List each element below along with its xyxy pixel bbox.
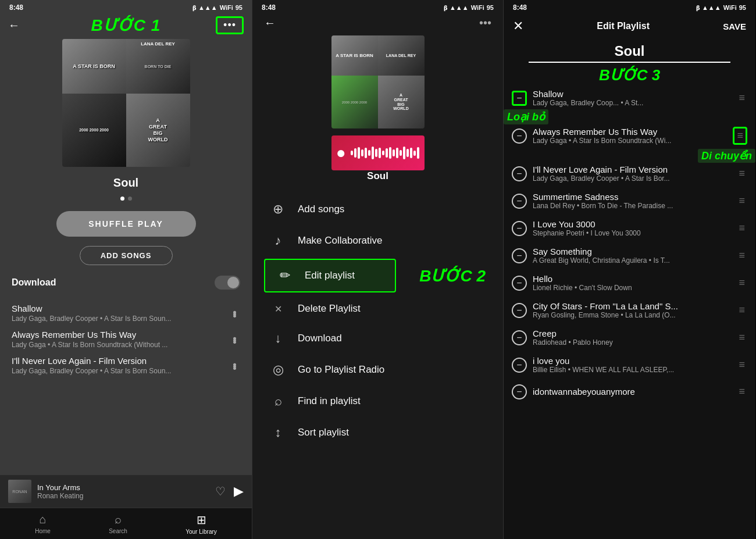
drag-handle-9[interactable]: ≡: [736, 329, 747, 346]
edit-playlist-menu-item[interactable]: ✏ Edit playlist: [264, 259, 396, 292]
art-cell-4: AGREATBIGWORLD: [126, 94, 190, 167]
drag-handle-3[interactable]: ≡: [736, 165, 747, 182]
wave-bar-12: [389, 147, 391, 159]
edit-song-row-3[interactable]: − I'll Never Love Again - Film Version L…: [504, 160, 755, 187]
mini-player[interactable]: RONAN In Your Arms Ronan Keating ♡ ▶: [0, 475, 252, 508]
remove-button-8[interactable]: −: [512, 303, 527, 318]
collaborative-icon: ♪: [270, 233, 286, 248]
step-2-label: BƯỚC 2: [419, 266, 486, 285]
p2-dots-icon[interactable]: •••: [479, 16, 491, 30]
edit-song-info-7: Hello Lionel Richie • Can't Slow Down: [533, 274, 730, 292]
delete-icon: ✕: [270, 304, 286, 315]
wave-bar-15: [400, 150, 402, 156]
back-button-1[interactable]: ←: [8, 19, 20, 32]
edit-playlist-label: Edit playlist: [305, 270, 355, 281]
nav-home[interactable]: ⌂ Home: [35, 513, 51, 534]
add-songs-button-1[interactable]: ADD SONGS: [80, 246, 173, 265]
song-dots-2[interactable]: •••: [228, 337, 240, 342]
song-dots-1[interactable]: •••: [228, 310, 240, 316]
back-button-2[interactable]: ←: [264, 16, 276, 30]
panel2-art-container: A STAR IS BORN LANA DEL REY 2000 2000 20…: [252, 32, 503, 194]
edit-song-info-2: Always Remember Us This Way Lady Gaga • …: [533, 127, 727, 145]
remove-button-11[interactable]: −: [512, 384, 527, 399]
edit-song-row-10[interactable]: − i love you Billie Eilish • WHEN WE ALL…: [504, 351, 755, 379]
edit-song-row-11[interactable]: − idontwannabeyouanymore ≡: [504, 379, 755, 405]
edit-song-row-8[interactable]: − City Of Stars - From "La La Land" S...…: [504, 297, 755, 324]
edit-song-info-9: Creep Radiohead • Pablo Honey: [533, 329, 730, 347]
edit-song-row-2[interactable]: − Always Remember Us This Way Lady Gaga …: [504, 122, 755, 149]
remove-button-5[interactable]: −: [512, 221, 527, 236]
sort-playlist-menu-item[interactable]: ↕ Sort playlist: [252, 417, 503, 448]
drag-handle-2[interactable]: ≡: [733, 127, 747, 145]
heart-icon[interactable]: ♡: [215, 484, 226, 498]
p2-art-text-1: A STAR IS BORN: [336, 53, 373, 58]
close-button[interactable]: ✕: [513, 19, 523, 34]
bottom-nav-1: ⌂ Home ⌕ Search ⊞ Your Library: [0, 508, 252, 539]
edit-song-sub-3: Lady Gaga, Bradley Cooper • A Star Is Bo…: [533, 174, 730, 183]
bt-icon-3: 𝛃: [696, 4, 700, 12]
drag-handle-11[interactable]: ≡: [736, 383, 747, 400]
nav-search[interactable]: ⌕ Search: [109, 513, 127, 534]
song-dots-3[interactable]: •••: [228, 363, 240, 369]
p2-art-text-2: LANA DEL REY: [386, 53, 416, 58]
annotation-labels-2: Di chuyển: [698, 149, 755, 162]
remove-button-7[interactable]: −: [512, 276, 527, 291]
song-row-2[interactable]: Always Remember Us This Way Lady Gaga • …: [0, 326, 252, 352]
three-dots-icon: •••: [223, 19, 236, 31]
status-icons-2: 𝛃 ▲▲▲ WiFi 95: [444, 4, 494, 12]
drag-handle-1[interactable]: ≡: [736, 90, 747, 106]
edit-song-row-6[interactable]: − Say Something A Great Big World, Chris…: [504, 242, 755, 269]
nav-library[interactable]: ⊞ Your Library: [186, 513, 217, 535]
wave-bar-6: [368, 150, 370, 156]
make-collaborative-menu-item[interactable]: ♪ Make Collaborative: [252, 225, 503, 256]
song-row-1[interactable]: Shallow Lady Gaga, Bradley Cooper • A St…: [0, 300, 252, 326]
edit-song-row-4[interactable]: − Summertime Sadness Lana Del Rey • Born…: [504, 187, 755, 215]
wave-bar-7: [372, 147, 374, 159]
born-to-die-text: BORN TO DIE: [145, 65, 172, 69]
remove-button-1[interactable]: −: [512, 91, 527, 106]
add-songs-menu-item[interactable]: ⊕ Add songs: [252, 194, 503, 225]
edit-song-sub-7: Lionel Richie • Can't Slow Down: [533, 284, 730, 292]
download-toggle[interactable]: [215, 276, 240, 290]
edit-song-row-5[interactable]: − I Love You 3000 Stephanie Poetri • I L…: [504, 215, 755, 242]
mini-controls: ♡ ▶: [215, 484, 244, 499]
find-in-playlist-menu-item[interactable]: ⌕ Find in playlist: [252, 385, 503, 417]
edit-song-row-7[interactable]: − Hello Lionel Richie • Can't Slow Down …: [504, 269, 755, 297]
play-icon[interactable]: ▶: [234, 484, 244, 499]
wave-bar-19: [413, 151, 416, 156]
remove-button-3[interactable]: −: [512, 166, 527, 181]
edit-playlist-row: ✏ Edit playlist BƯỚC 2: [252, 256, 503, 295]
drag-handle-7[interactable]: ≡: [736, 274, 747, 291]
edit-song-title-11: idontwannabeyouanymore: [533, 387, 730, 397]
drag-handle-5[interactable]: ≡: [736, 220, 747, 237]
drag-handle-4[interactable]: ≡: [736, 192, 747, 209]
song-title-2: Always Remember Us This Way: [12, 330, 167, 340]
more-options-button[interactable]: •••: [216, 16, 244, 34]
panel-3: 8:48 𝛃 ▲▲▲ WiFi 95 ✕ Edit Playlist SAVE …: [504, 0, 755, 539]
edit-song-row-9[interactable]: − Creep Radiohead • Pablo Honey ≡: [504, 324, 755, 351]
delete-playlist-menu-item[interactable]: ✕ Delete Playlist: [252, 295, 503, 323]
remove-button-6[interactable]: −: [512, 248, 527, 263]
remove-button-9[interactable]: −: [512, 330, 527, 345]
drag-handle-8[interactable]: ≡: [736, 302, 747, 319]
drag-handle-10[interactable]: ≡: [736, 356, 747, 373]
bluetooth-icon: 𝛃: [192, 4, 196, 12]
playlist-art-1: A STAR IS BORN LANA DEL REY BORN TO DIE …: [62, 39, 190, 167]
download-menu-item[interactable]: ↓ Download: [252, 323, 503, 354]
edit-song-info-1: Shallow Lady Gaga, Bradley Coop... • A S…: [533, 89, 730, 107]
wave-bar-5: [365, 148, 367, 158]
remove-button-4[interactable]: −: [512, 194, 527, 209]
drag-handle-6[interactable]: ≡: [736, 247, 747, 264]
edit-song-row-1[interactable]: − Shallow Lady Gaga, Bradley Coop... • A…: [504, 84, 755, 112]
playlist-radio-menu-item[interactable]: ◎ Go to Playlist Radio: [252, 354, 503, 385]
save-button[interactable]: SAVE: [723, 22, 746, 31]
edit-song-sub-6: A Great Big World, Christina Aguilera • …: [533, 256, 730, 265]
art-cell-2: LANA DEL REY BORN TO DIE: [126, 39, 190, 94]
edit-song-sub-2: Lady Gaga • A Star Is Born Soundtrack (W…: [533, 137, 727, 145]
home-icon: ⌂: [39, 513, 46, 526]
song-row-3[interactable]: I'll Never Love Again - Film Version Lad…: [0, 352, 252, 379]
remove-button-10[interactable]: −: [512, 358, 527, 373]
shuffle-play-button[interactable]: SHUFFLE PLAY: [56, 211, 196, 237]
remove-button-2[interactable]: −: [512, 128, 527, 144]
playlist-name-field[interactable]: Soul: [529, 43, 730, 63]
